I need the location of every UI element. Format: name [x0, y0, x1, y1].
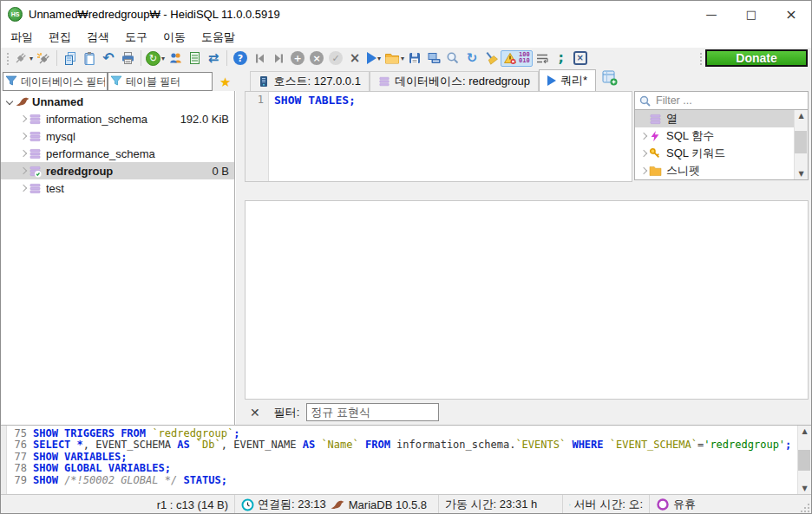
find-icon[interactable]	[444, 49, 462, 68]
tree-item-redredgroup[interactable]: redredgroup0 B	[1, 162, 234, 179]
run-query-icon[interactable]: ▾	[365, 49, 383, 68]
donate-button[interactable]: Donate	[705, 49, 808, 67]
help-icon[interactable]: ?	[232, 49, 249, 68]
tab-host[interactable]: 호스트: 127.0.0.1	[250, 71, 369, 91]
status-cursor: r1 : c13 (14 B)	[1, 495, 235, 514]
toolbar-grip[interactable]	[698, 51, 703, 65]
dropdown-icon[interactable]: ▾	[161, 55, 165, 62]
dropdown-icon[interactable]: ▾	[29, 55, 33, 62]
delete-row-icon[interactable]: ×	[346, 49, 363, 68]
save-snippet-icon[interactable]	[425, 49, 442, 68]
menu-item-1[interactable]: 편집	[41, 27, 79, 48]
menu-item-0[interactable]: 파일	[3, 27, 41, 48]
editor-code[interactable]: SHOW TABLES;	[269, 92, 356, 181]
scroll-thumb[interactable]	[798, 450, 810, 471]
close-button[interactable]: ×	[771, 1, 811, 27]
maximize-button[interactable]: □	[731, 1, 771, 27]
expand-icon[interactable]	[4, 99, 15, 104]
sql-keyword-icon	[649, 147, 661, 159]
database-tree[interactable]: Unnamedinformation_schema192.0 KiBmysqlp…	[1, 91, 235, 425]
tree-item-test[interactable]: test	[1, 179, 234, 197]
expand-icon[interactable]	[18, 168, 29, 173]
reformat-icon[interactable]: ↻	[463, 49, 481, 68]
result-grid-area[interactable]	[245, 200, 809, 400]
regex-filter-input[interactable]	[306, 403, 439, 421]
helper-list[interactable]: 열SQL 함수SQL 키워드스니펫 ▲ ▼	[634, 110, 809, 180]
tree-item-information_schema[interactable]: information_schema192.0 KiB	[1, 110, 234, 127]
expand-icon[interactable]	[638, 133, 649, 139]
expand-icon[interactable]	[18, 185, 29, 191]
dropdown-icon[interactable]: ▾	[401, 55, 404, 62]
paste-icon[interactable]	[81, 49, 98, 68]
undo-icon[interactable]: ↶	[100, 49, 117, 68]
connect-icon[interactable]: ▾	[13, 49, 33, 68]
log-line: 78SHOW GLOBAL VARIABLES;	[8, 463, 796, 474]
main-area: Unnamedinformation_schema192.0 KiBmysqlp…	[1, 91, 811, 425]
blob-binary-toggle[interactable]: 100010	[501, 50, 533, 67]
tab-database[interactable]: 데이터베이스: redredgroup	[370, 71, 539, 91]
expand-icon[interactable]	[638, 151, 649, 156]
main-toolbar: ▾ ↶ ↻ ▾ ⇄ ?	[1, 48, 811, 68]
clear-filter-icon[interactable]: ✕	[250, 407, 260, 419]
print-icon[interactable]	[119, 49, 136, 68]
save-icon[interactable]	[406, 49, 423, 68]
title-bar: HS Unnamed₩redredgroup₩ - HeidiSQL 11.0.…	[1, 1, 811, 27]
refresh-icon[interactable]: ↻ ▾	[146, 49, 165, 68]
sql-editor[interactable]: 1 SHOW TABLES;	[245, 91, 632, 182]
word-wrap-icon[interactable]	[534, 49, 551, 68]
helper-filter-input[interactable]	[635, 92, 808, 109]
expand-icon[interactable]	[18, 151, 29, 156]
new-query-tab-button[interactable]	[601, 69, 619, 88]
dropdown-icon[interactable]: ▾	[377, 55, 381, 62]
menu-item-4[interactable]: 이동	[155, 27, 193, 48]
filter-tab-row: ★ 호스트: 127.0.0.1 데이터베이스: redredgroup 쿼리*	[1, 68, 811, 91]
toolbar-grip[interactable]	[5, 51, 10, 65]
warning-icon	[503, 52, 517, 65]
scroll-thumb[interactable]	[795, 131, 807, 153]
insert-row-icon[interactable]: +	[289, 49, 306, 68]
tree-item-Unnamed[interactable]: Unnamed	[1, 93, 234, 110]
delimiter-icon[interactable]: ;	[553, 49, 570, 68]
helper-item[interactable]: 열	[635, 110, 808, 127]
post-icon[interactable]: ✓	[327, 49, 344, 68]
helper-scrollbar[interactable]: ▲ ▼	[794, 110, 808, 179]
tab-host-label: 호스트: 127.0.0.1	[273, 74, 360, 89]
database-filter-input[interactable]	[3, 72, 108, 91]
menu-item-5[interactable]: 도움말	[193, 27, 243, 48]
resize-grip	[800, 503, 810, 513]
cancel-icon[interactable]: ×	[308, 49, 325, 68]
menu-item-2[interactable]: 검색	[79, 27, 117, 48]
heidisql-window: HS Unnamed₩redredgroup₩ - HeidiSQL 11.0.…	[0, 0, 812, 514]
search-icon	[638, 94, 652, 108]
helper-item[interactable]: 스니펫	[635, 162, 808, 179]
clear-query-icon[interactable]: ×	[572, 49, 589, 68]
minimize-button[interactable]: —	[691, 1, 731, 27]
disconnect-icon[interactable]	[35, 49, 52, 68]
sql-log-panel: 75SHOW TRIGGERS FROM `redredgroup`;76SEL…	[1, 425, 811, 494]
helper-item[interactable]: SQL 키워드	[635, 145, 808, 162]
favorites-star-icon[interactable]: ★	[219, 76, 231, 89]
export-csv-icon[interactable]	[186, 49, 203, 68]
first-record-icon[interactable]	[251, 49, 268, 68]
expand-icon[interactable]	[18, 116, 29, 121]
table-filter-input[interactable]	[108, 72, 213, 91]
last-record-icon[interactable]	[270, 49, 287, 68]
tab-query[interactable]: 쿼리*	[539, 69, 596, 91]
tree-item-mysql[interactable]: mysql	[1, 127, 234, 145]
data-transfer-icon[interactable]: ⇄	[205, 49, 222, 68]
menu-item-3[interactable]: 도구	[117, 27, 155, 48]
tab-query-label: 쿼리*	[560, 73, 587, 88]
editor-gutter: 1	[246, 92, 269, 181]
expand-icon[interactable]	[18, 133, 29, 139]
mariadb-seal-icon	[15, 96, 30, 107]
scroll-down-icon: ▼	[798, 170, 803, 178]
server-icon	[259, 75, 269, 88]
copy-icon[interactable]	[62, 49, 79, 68]
expand-icon[interactable]	[638, 168, 649, 173]
open-file-icon[interactable]: ▾	[384, 49, 404, 68]
helper-item[interactable]: SQL 함수	[635, 127, 808, 145]
session-manager-icon[interactable]	[167, 49, 184, 68]
tree-item-performance_schema[interactable]: performance_schema	[1, 145, 234, 162]
log-scrollbar[interactable]: ▲ ▼	[797, 426, 811, 494]
cleanup-icon[interactable]	[482, 49, 500, 68]
